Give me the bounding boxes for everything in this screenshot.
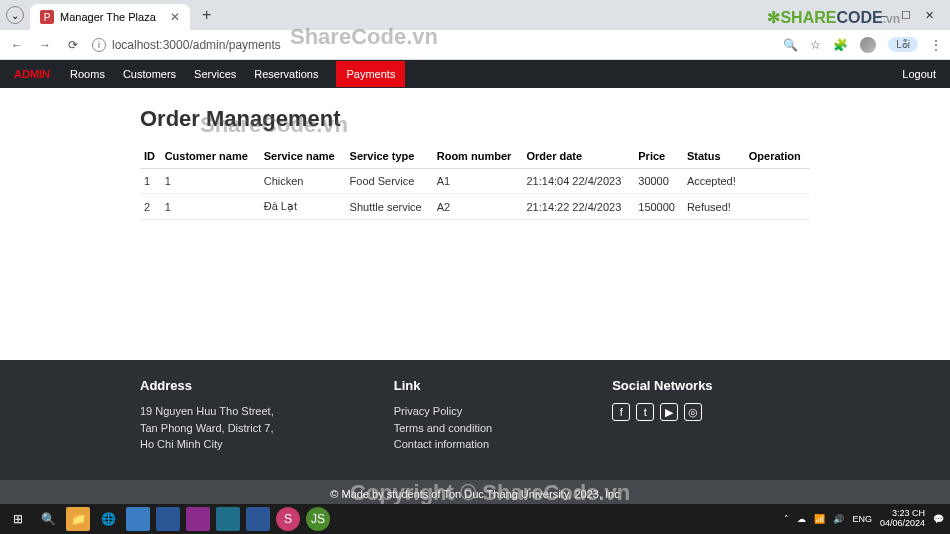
bookmark-icon[interactable]: ☆ [810, 38, 821, 52]
th-price: Price [634, 144, 683, 169]
vscode-icon[interactable] [246, 507, 270, 531]
clock[interactable]: 3:23 CH 04/06/2024 [880, 509, 925, 529]
app-icon[interactable]: JS [306, 507, 330, 531]
app-icon[interactable]: S [276, 507, 300, 531]
th-room: Room number [433, 144, 523, 169]
notifications-icon[interactable]: 💬 [933, 514, 944, 524]
facebook-icon[interactable]: f [612, 403, 630, 421]
nav-brand[interactable]: ADMIN [14, 68, 50, 80]
footer-link-title: Link [394, 378, 492, 393]
footer-address-title: Address [140, 378, 274, 393]
table-row: 1 1 Chicken Food Service A1 21:14:04 22/… [140, 169, 810, 194]
app-icon[interactable] [186, 507, 210, 531]
nav-payments[interactable]: Payments [336, 61, 405, 87]
sharecode-logo: ✻SHARECODE.vn [767, 8, 900, 27]
address-bar: ← → ⟳ i localhost:3000/admin/payments 🔍 … [0, 30, 950, 60]
explorer-icon[interactable]: 📁 [66, 507, 90, 531]
forward-button[interactable]: → [36, 38, 54, 52]
zoom-icon[interactable]: 🔍 [783, 38, 798, 52]
th-id: ID [140, 144, 161, 169]
maximize-button[interactable]: ☐ [901, 9, 911, 22]
page-title: Order Management [140, 106, 810, 132]
twitter-icon[interactable]: t [636, 403, 654, 421]
th-date: Order date [522, 144, 634, 169]
table-row: 2 1 Đà Lạt Shuttle service A2 21:14:22 2… [140, 194, 810, 220]
nav-customers[interactable]: Customers [123, 68, 176, 80]
app-icon[interactable] [216, 507, 240, 531]
search-icon[interactable]: 🔍 [36, 507, 60, 531]
orders-table: ID Customer name Service name Service ty… [140, 144, 810, 220]
footer-link-terms[interactable]: Terms and condition [394, 420, 492, 437]
chrome-icon[interactable]: 🌐 [96, 507, 120, 531]
back-button[interactable]: ← [8, 38, 26, 52]
th-operation: Operation [745, 144, 810, 169]
nav-rooms[interactable]: Rooms [70, 68, 105, 80]
youtube-icon[interactable]: ▶ [660, 403, 678, 421]
extension-error-button[interactable]: Lỗi [888, 37, 918, 52]
new-tab-button[interactable]: + [202, 6, 211, 24]
windows-taskbar: ⊞ 🔍 📁 🌐 S JS ˄ ☁ 📶 🔊 ENG 3:23 CH 04/06/2… [0, 504, 950, 534]
menu-icon[interactable]: ⋮ [930, 38, 942, 52]
browser-tab[interactable]: P Manager The Plaza ✕ [30, 4, 190, 30]
url-text: localhost:3000/admin/payments [112, 38, 281, 52]
app-icon[interactable] [126, 507, 150, 531]
admin-navbar: ADMIN Rooms Customers Services Reservati… [0, 60, 950, 88]
app-icon[interactable] [156, 507, 180, 531]
footer: Address 19 Nguyen Huu Tho Street, Tan Ph… [0, 360, 950, 480]
th-type: Service type [346, 144, 433, 169]
extensions-icon[interactable]: 🧩 [833, 38, 848, 52]
nav-services[interactable]: Services [194, 68, 236, 80]
volume-icon[interactable]: 🔊 [833, 514, 844, 524]
th-customer: Customer name [161, 144, 260, 169]
language-indicator[interactable]: ENG [852, 514, 872, 524]
tray-chevron-icon[interactable]: ˄ [784, 514, 789, 524]
nav-reservations[interactable]: Reservations [254, 68, 318, 80]
tab-search-icon[interactable]: ⌄ [6, 6, 24, 24]
th-status: Status [683, 144, 745, 169]
url-input[interactable]: i localhost:3000/admin/payments [92, 38, 773, 52]
close-tab-icon[interactable]: ✕ [170, 10, 180, 24]
th-service: Service name [260, 144, 346, 169]
logout-button[interactable]: Logout [902, 68, 936, 80]
footer-link-privacy[interactable]: Privacy Policy [394, 403, 492, 420]
favicon-icon: P [40, 10, 54, 24]
site-info-icon[interactable]: i [92, 38, 106, 52]
close-window-button[interactable]: ✕ [925, 9, 934, 22]
footer-link-contact[interactable]: Contact information [394, 436, 492, 453]
start-button[interactable]: ⊞ [6, 507, 30, 531]
cloud-icon[interactable]: ☁ [797, 514, 806, 524]
profile-icon[interactable] [860, 37, 876, 53]
reload-button[interactable]: ⟳ [64, 38, 82, 52]
footer-social-title: Social Networks [612, 378, 712, 393]
tab-title: Manager The Plaza [60, 11, 156, 23]
instagram-icon[interactable]: ◎ [684, 403, 702, 421]
wifi-icon[interactable]: 📶 [814, 514, 825, 524]
